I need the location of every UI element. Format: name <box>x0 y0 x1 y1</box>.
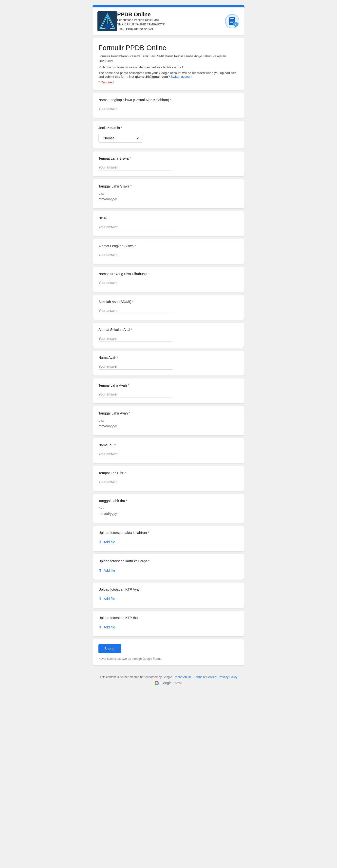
answer-input-10[interactable] <box>98 364 173 370</box>
required-star-10: * <box>117 355 118 360</box>
submit-button[interactable]: Submit <box>98 644 121 653</box>
question-card-1: Nama Lengkap Siswa (Sesuai Akta Kelahira… <box>93 93 244 118</box>
gender-dropdown-wrapper[interactable]: Choose Laki-laki Perempuan <box>98 134 143 143</box>
answer-input-7[interactable] <box>98 280 173 286</box>
question-card-15: Tanggal Lahir Ibu * Date <box>93 494 244 523</box>
question-label-7: Nomor HP Yang Bisa Dihubungi * <box>98 272 239 276</box>
answer-input-5[interactable] <box>98 224 173 230</box>
gender-select[interactable]: Choose Laki-laki Perempuan <box>102 136 140 141</box>
svg-rect-4 <box>105 24 110 29</box>
answer-input-1[interactable] <box>98 106 173 112</box>
question-card-9: Alamat Sekolah Asal * <box>93 323 244 348</box>
svg-rect-10 <box>230 22 233 23</box>
footer: This content is neither created nor endo… <box>93 671 244 689</box>
question-label-15: Tanggal Lahir Ibu * <box>98 499 239 503</box>
footer-disclaimer: This content is neither created nor endo… <box>96 675 241 679</box>
required-star-13: * <box>115 443 116 447</box>
add-file-button-19[interactable]: ⬆ Add file <box>98 624 115 630</box>
add-file-button-16[interactable]: ⬆ Add file <box>98 538 115 545</box>
form-info-card: Formulir PPDB Online Formulir Pendaftara… <box>93 38 244 90</box>
question-label-4: Tanggal Lahir Siswa * <box>98 184 239 188</box>
date-label-15: Date <box>98 507 239 510</box>
answer-input-13[interactable] <box>98 451 173 457</box>
question-card-19: Upload foto/scan KTP Ibu ⬆ Add file <box>93 611 244 636</box>
question-label-14: Tempat Lahir Ibu * <box>98 471 239 475</box>
question-card-3: Tempat Lahir Siswa * <box>93 152 244 177</box>
question-label-5: NISN <box>98 216 239 220</box>
upload-icon-19: ⬆ <box>98 625 102 629</box>
question-card-16: Upload foto/scan akta kelahiran * ⬆ Add … <box>93 526 244 551</box>
terms-link[interactable]: Terms of Service <box>194 675 216 679</box>
form-description: Formulir Pendaftaran Peserta Didik Baru … <box>98 54 239 63</box>
question-label-17: Upload foto/scan kartu keluarga * <box>98 559 239 563</box>
question-label-8: Sekolah Asal (SD/MI) * <box>98 300 239 304</box>
form-title: Formulir PPDB Online <box>98 44 239 52</box>
answer-input-6[interactable] <box>98 252 173 258</box>
form-notice: #Silahkan isi formulir sesuai dengan ber… <box>98 65 239 69</box>
required-star-14: * <box>125 471 126 475</box>
answer-input-11[interactable] <box>98 391 173 398</box>
svg-rect-8 <box>230 20 234 20</box>
required-star-6: * <box>134 244 136 248</box>
required-star-8: * <box>132 300 133 304</box>
upload-icon-18: ⬆ <box>98 596 102 601</box>
required-star-3: * <box>129 156 131 160</box>
submit-note: Never submit passwords through Google Fo… <box>98 657 239 660</box>
form-account-line: The name and photo associated with your … <box>98 71 239 79</box>
date-input-4[interactable] <box>98 196 135 202</box>
required-note: * Required <box>98 81 239 84</box>
svg-rect-9 <box>230 21 234 22</box>
add-file-button-17[interactable]: ⬆ Add file <box>98 567 115 574</box>
question-label-18: Upload foto/scan KTP Ayah <box>98 587 239 591</box>
date-input-15[interactable] <box>98 511 135 517</box>
date-label-4: Date <box>98 192 239 195</box>
privacy-link[interactable]: Privacy Policy <box>219 675 237 679</box>
question-card-14: Tempat Lahir Ibu * <box>93 466 244 491</box>
header-subtitle3: Tahun Pelajaran 2020/2021 <box>117 27 221 31</box>
question-label-9: Alamat Sekolah Asal * <box>98 328 239 332</box>
date-label-12: Date <box>98 419 239 422</box>
header-subtitle2: SMP DARUT TAUHID TAMBABOYO <box>117 22 221 27</box>
answer-input-14[interactable] <box>98 479 173 485</box>
header-banner: PPDB Online Penerimaan Peserta Didik Bar… <box>93 5 244 35</box>
add-file-button-18[interactable]: ⬆ Add file <box>98 595 115 602</box>
question-card-11: Tempal Lahir Ayah * <box>93 378 244 403</box>
header-icon: ✓ <box>225 14 240 29</box>
required-star-11: * <box>128 383 129 388</box>
answer-input-9[interactable] <box>98 336 173 342</box>
google-logo-icon <box>155 681 159 685</box>
google-forms-label: Google Forms <box>161 681 183 685</box>
svg-rect-7 <box>230 18 234 19</box>
question-label-6: Alamat Lengkap Siswa * <box>98 244 239 248</box>
question-card-10: Nama Ayah * <box>93 351 244 375</box>
required-star-4: * <box>130 184 131 188</box>
date-input-12[interactable] <box>98 423 135 429</box>
question-card-2: Jenis Kelamin * Choose Laki-laki Perempu… <box>93 121 244 149</box>
required-star-17: * <box>148 559 150 563</box>
required-star-9: * <box>131 328 132 332</box>
answer-input-3[interactable] <box>98 164 173 170</box>
question-card-7: Nomor HP Yang Bisa Dihubungi * <box>93 267 244 292</box>
required-star-1: * <box>170 98 171 102</box>
question-label-2: Jenis Kelamin * <box>98 126 239 130</box>
upload-icon-17: ⬆ <box>98 568 102 573</box>
answer-input-8[interactable] <box>98 308 173 314</box>
report-abuse-link[interactable]: Report Abuse <box>174 675 192 679</box>
account-email: qkohst19@gmail.com <box>135 75 168 79</box>
question-card-4: Tanggal Lahir Siswa * Date <box>93 179 244 208</box>
svg-text:✓: ✓ <box>234 23 237 26</box>
required-star-2: * <box>121 126 122 130</box>
question-card-18: Upload foto/scan KTP Ayah ⬆ Add file <box>93 583 244 608</box>
header-title: PPDB Online <box>117 11 221 18</box>
upload-icon-16: ⬆ <box>98 539 102 544</box>
required-star-12: * <box>129 411 130 415</box>
switch-account-link[interactable]: Switch account <box>171 75 192 79</box>
question-label-16: Upload foto/scan akta kelahiran * <box>98 531 239 535</box>
question-label-3: Tempat Lahir Siswa * <box>98 156 239 160</box>
required-star-7: * <box>148 272 150 276</box>
required-star-16: * <box>148 531 149 535</box>
question-label-12: Tanggal Lahir Ayah * <box>98 411 239 415</box>
question-label-10: Nama Ayah * <box>98 355 239 360</box>
question-card-6: Alamat Lengkap Siswa * <box>93 239 244 264</box>
required-star-15: * <box>126 499 127 503</box>
